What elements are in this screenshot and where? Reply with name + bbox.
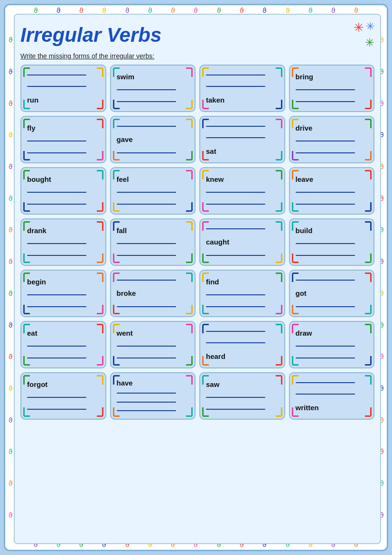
answer-line[interactable] — [27, 86, 86, 87]
answer-line[interactable] — [117, 402, 176, 403]
bracket-br — [186, 100, 193, 109]
answer-line[interactable] — [206, 409, 265, 410]
answer-line[interactable] — [27, 294, 86, 295]
answer-line[interactable] — [206, 294, 265, 295]
deco-squiggle: ϑ — [9, 163, 13, 170]
verb-word: bring — [296, 73, 370, 81]
bracket-tr — [365, 324, 372, 333]
answer-line[interactable] — [117, 89, 176, 90]
answer-line[interactable] — [27, 409, 86, 410]
answer-line[interactable] — [206, 228, 265, 229]
bracket-br — [97, 100, 103, 109]
answer-line[interactable] — [27, 152, 86, 153]
deco-squiggle: ϑ — [9, 512, 13, 518]
answer-line[interactable] — [117, 255, 176, 256]
bracket-bl — [292, 202, 299, 212]
verb-word: sat — [206, 147, 280, 155]
bracket-tr — [186, 119, 193, 128]
answer-line[interactable] — [117, 152, 176, 153]
bracket-bl — [23, 151, 30, 160]
bracket-tl — [23, 67, 30, 77]
answer-line[interactable] — [117, 204, 176, 205]
answer-line[interactable] — [27, 75, 86, 75]
answer-line[interactable] — [206, 306, 265, 307]
answer-line[interactable] — [117, 101, 176, 102]
verb-word: gave — [117, 135, 191, 143]
deco-squiggle: ϑ — [9, 132, 13, 138]
answer-line[interactable] — [296, 141, 355, 141]
verb-card-swim: swim — [110, 65, 196, 112]
bracket-br — [276, 100, 282, 109]
answer-line[interactable] — [27, 306, 86, 307]
answer-line[interactable] — [296, 204, 355, 205]
bracket-tl — [202, 273, 209, 282]
answer-line[interactable] — [27, 346, 86, 347]
deco-squiggle: ϑ — [9, 417, 13, 423]
answer-line[interactable] — [206, 397, 265, 398]
answer-line[interactable] — [27, 357, 86, 358]
deco-squiggle: ϑ — [9, 322, 13, 329]
bracket-tl — [292, 324, 299, 333]
verb-word: eat — [27, 329, 102, 337]
deco-squiggle: ϑ — [9, 68, 13, 75]
bracket-tl — [113, 273, 120, 282]
bracket-tl — [113, 375, 120, 385]
answer-line[interactable] — [296, 243, 355, 244]
answer-line[interactable] — [206, 137, 265, 138]
bracket-tr — [97, 119, 103, 128]
answer-line[interactable] — [117, 243, 176, 244]
answer-line[interactable] — [296, 394, 355, 395]
answer-line[interactable] — [206, 86, 265, 87]
answer-line[interactable] — [206, 331, 265, 332]
answer-line[interactable] — [117, 393, 176, 394]
verb-word: forgot — [27, 380, 102, 388]
answer-line[interactable] — [27, 141, 86, 141]
answer-line[interactable] — [117, 192, 176, 193]
verb-word: taken — [206, 96, 280, 104]
answer-line[interactable] — [27, 243, 86, 244]
bracket-bl — [292, 151, 299, 160]
answer-line[interactable] — [117, 306, 176, 307]
answer-line[interactable] — [206, 75, 265, 75]
verb-word: build — [296, 226, 370, 235]
answer-line[interactable] — [296, 101, 355, 102]
answer-line[interactable] — [117, 357, 176, 358]
bracket-bl — [292, 305, 299, 314]
bracket-bl — [23, 356, 30, 366]
verb-card-bought: bought — [20, 167, 106, 215]
answer-line[interactable] — [27, 192, 86, 193]
answer-line[interactable] — [296, 306, 355, 307]
verb-word: written — [296, 404, 370, 412]
answer-line[interactable] — [206, 255, 265, 256]
answer-line[interactable] — [117, 410, 176, 411]
answer-line[interactable] — [206, 204, 265, 205]
answer-line[interactable] — [296, 280, 355, 281]
answer-line[interactable] — [296, 255, 355, 256]
bracket-bl — [292, 254, 299, 263]
answer-line[interactable] — [117, 346, 176, 347]
answer-line[interactable] — [296, 89, 355, 90]
answer-line[interactable] — [296, 382, 355, 383]
answer-line[interactable] — [206, 192, 265, 193]
answer-line[interactable] — [117, 280, 176, 281]
bracket-tr — [276, 324, 282, 333]
sun-green-icon: ✳ — [365, 36, 374, 49]
answer-line[interactable] — [296, 152, 355, 153]
answer-line[interactable] — [296, 192, 355, 193]
bracket-br — [97, 356, 103, 366]
answer-line[interactable] — [296, 357, 355, 358]
bracket-tr — [365, 273, 372, 282]
answer-line[interactable] — [27, 204, 86, 205]
answer-line[interactable] — [117, 126, 176, 127]
bracket-tl — [113, 67, 120, 77]
answer-line[interactable] — [27, 255, 86, 256]
answer-line[interactable] — [296, 346, 355, 347]
answer-line[interactable] — [206, 342, 265, 343]
verb-card-find: find — [199, 270, 285, 317]
deco-squiggle: ϑ — [9, 480, 13, 487]
answer-line[interactable] — [206, 126, 265, 127]
verb-card-drive: drive — [289, 116, 375, 163]
answer-line[interactable] — [27, 397, 86, 398]
bracket-br — [365, 356, 372, 366]
bracket-bl — [23, 100, 30, 109]
